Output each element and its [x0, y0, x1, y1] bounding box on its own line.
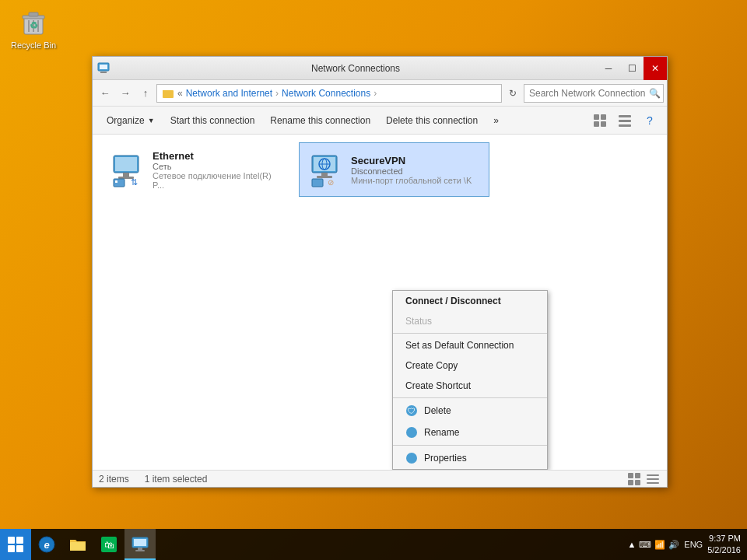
more-label: »	[493, 115, 499, 126]
breadcrumb-current[interactable]: Network Connections	[282, 88, 370, 99]
ctx-sep-1	[393, 333, 547, 334]
ctx-connect-label: Connect / Disconnect	[405, 296, 501, 306]
view-options-button[interactable]	[589, 110, 611, 131]
svg-rect-2	[29, 12, 38, 16]
ctx-set-default[interactable]: Set as Default Connection	[393, 335, 547, 355]
svg-rect-38	[628, 473, 633, 478]
breadcrumb-separator-1: «	[177, 88, 183, 99]
help-button[interactable]: ?	[639, 110, 661, 131]
ctx-properties-label: Properties	[424, 453, 467, 464]
network-status-icon: 📶	[654, 540, 665, 550]
taskbar-network-button[interactable]	[124, 529, 156, 560]
organize-button[interactable]: Organize ▼	[99, 110, 163, 131]
ethernet-connection-item[interactable]: ⇅ Ethernet Сеть Сетевое подключение Inte…	[100, 142, 291, 197]
svg-rect-8	[100, 65, 107, 69]
svg-text:⇅: ⇅	[131, 177, 138, 187]
ctx-set-default-label: Set as Default Connection	[405, 340, 514, 351]
svg-rect-48	[16, 545, 23, 552]
ctx-rename-icon	[405, 426, 418, 439]
selected-info: 1 item selected	[145, 474, 208, 485]
system-tray-icons: ▲ ⌨ 📶 🔊	[627, 540, 679, 550]
store-icon: 🛍	[100, 535, 118, 554]
taskbar-clock[interactable]: 9:37 PM 5/2/2016	[707, 533, 741, 557]
vpn-info: SecureVPN Disconnected Мини-порт глобаль…	[351, 155, 482, 185]
start-connection-label: Start this connection	[170, 115, 255, 126]
svg-rect-17	[619, 124, 631, 127]
ethernet-status2: Сетевое подключение Intel(R) P...	[153, 171, 284, 190]
status-large-icons-btn[interactable]	[626, 471, 642, 487]
minimize-button[interactable]: ─	[597, 57, 620, 80]
desktop: ♻ Recycle Bin Network Connections ─ ☐ ✕	[0, 0, 747, 560]
more-button[interactable]: »	[486, 110, 507, 131]
delete-connection-button[interactable]: Delete this connection	[378, 110, 486, 131]
title-bar: Network Connections ─ ☐ ✕	[93, 57, 667, 80]
window-controls: ─ ☐ ✕	[597, 57, 667, 80]
ctx-properties[interactable]: Properties	[393, 447, 547, 469]
address-folder-icon	[162, 87, 174, 100]
status-details-btn[interactable]	[645, 471, 661, 487]
ctx-rename[interactable]: Rename	[393, 422, 547, 443]
close-button[interactable]: ✕	[644, 57, 667, 80]
svg-rect-15	[619, 115, 631, 117]
network-taskbar-icon	[131, 534, 149, 553]
recycle-bin-icon[interactable]: ♻ Recycle Bin	[6, 6, 61, 50]
svg-rect-46	[16, 537, 23, 544]
svg-rect-41	[635, 480, 640, 485]
speaker-icon: 🔊	[668, 540, 679, 550]
ctx-delete-label: Delete	[424, 405, 451, 416]
up-button[interactable]: ↑	[136, 84, 155, 103]
svg-rect-40	[628, 480, 633, 485]
svg-rect-47	[8, 545, 15, 552]
start-connection-button[interactable]: Start this connection	[163, 110, 263, 131]
breadcrumb-network-internet[interactable]: Network and Internet	[186, 88, 272, 99]
ctx-create-shortcut-label: Create Shortcut	[405, 380, 471, 391]
search-input[interactable]	[529, 88, 646, 99]
tray-arrow-icon[interactable]: ▲	[627, 540, 636, 549]
breadcrumb-sep-2: ›	[374, 88, 377, 99]
svg-rect-14	[601, 121, 606, 127]
status-bar-right	[626, 471, 661, 487]
ctx-connect-disconnect[interactable]: Connect / Disconnect	[393, 291, 547, 311]
forward-button[interactable]: →	[116, 84, 135, 103]
refresh-button[interactable]: ↻	[503, 84, 522, 103]
window-title: Network Connections	[114, 63, 597, 74]
taskbar-items: e 🛍	[31, 529, 621, 560]
address-path[interactable]: « Network and Internet › Network Connect…	[156, 84, 502, 103]
svg-rect-13	[594, 121, 599, 127]
svg-rect-51	[70, 542, 86, 551]
taskbar-right: ▲ ⌨ 📶 🔊 ENG 9:37 PM 5/2/2016	[621, 533, 747, 557]
back-button[interactable]: ←	[96, 84, 114, 103]
taskbar-store-button[interactable]: 🛍	[93, 529, 124, 560]
vpn-icon: ⊘	[306, 151, 343, 188]
svg-rect-23	[115, 180, 117, 183]
ctx-status-label: Status	[405, 316, 432, 327]
ctx-create-copy[interactable]: Create Copy	[393, 355, 547, 376]
language-indicator: ENG	[684, 540, 703, 549]
taskbar-ie-button[interactable]: e	[31, 529, 62, 560]
svg-rect-12	[601, 114, 606, 120]
svg-rect-9	[100, 72, 107, 73]
ctx-status[interactable]: Status	[393, 311, 547, 331]
svg-text:🛡: 🛡	[408, 407, 416, 415]
svg-point-36	[406, 427, 417, 438]
securevpn-connection-item[interactable]: ⊘ SecureVPN Disconnected Мини-порт глоба…	[299, 142, 489, 197]
organize-label: Organize	[107, 115, 145, 126]
svg-text:e: e	[44, 539, 49, 551]
svg-rect-30	[321, 173, 328, 176]
ethernet-name: Ethernet	[153, 150, 284, 162]
ctx-create-shortcut[interactable]: Create Shortcut	[393, 376, 547, 396]
search-box[interactable]: 🔍	[524, 84, 664, 103]
change-view-button[interactable]	[614, 110, 636, 131]
vpn-name: SecureVPN	[351, 155, 482, 166]
taskbar-explorer-button[interactable]	[62, 529, 93, 560]
ctx-delete-icon: 🛡	[405, 404, 418, 417]
rename-connection-button[interactable]: Rename this connection	[262, 110, 378, 131]
recycle-bin-graphic: ♻	[18, 6, 49, 37]
organize-dropdown-arrow: ▼	[148, 117, 155, 124]
svg-rect-55	[134, 539, 146, 546]
ctx-delete[interactable]: 🛡 Delete	[393, 400, 547, 422]
start-button[interactable]	[0, 529, 31, 560]
ctx-properties-icon	[405, 452, 418, 464]
toolbar: Organize ▼ Start this connection Rename …	[93, 107, 667, 135]
restore-button[interactable]: ☐	[620, 57, 644, 80]
